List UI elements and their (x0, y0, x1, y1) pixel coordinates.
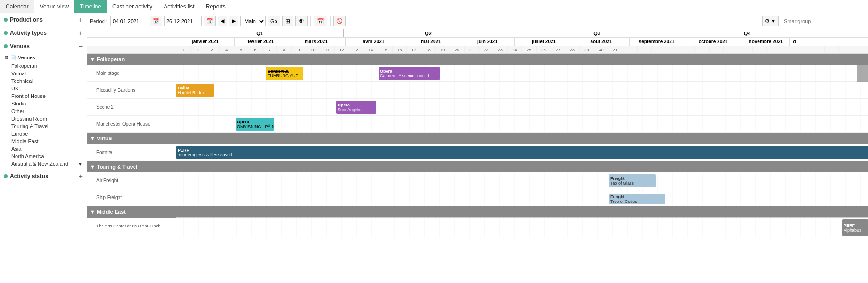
nav-calendar[interactable]: Calendar (0, 0, 34, 13)
day-44 (796, 46, 811, 53)
venue-sub-label: Venues (18, 55, 35, 60)
day-31: 31 (608, 46, 623, 53)
venue-virtual[interactable]: Virtual (0, 70, 87, 77)
event-title-5: OMVISNING - PÅ NO (237, 124, 273, 129)
day-27: 27 (551, 46, 566, 53)
month-jan: janvier 2021 (176, 38, 235, 46)
grid-main-stage: Concert ⚠ FUHRUNG AUF I Opera Carmen - A… (176, 65, 868, 82)
event-opera-omvisning[interactable]: Opera OMVISNING - PÅ NO (236, 118, 274, 131)
month-feb: février 2021 (235, 38, 287, 46)
day-35 (666, 46, 681, 53)
sidebar-activity-status-header[interactable]: Activity status + (0, 170, 87, 183)
scroll-area[interactable]: Q1 Q2 Q3 Q4 janvier 2021 février 2021 ma… (176, 29, 868, 238)
settings-btn[interactable]: ⚙ ▼ (762, 16, 779, 26)
grid-manchester: Opera OMVISNING - PÅ NO (176, 116, 868, 133)
venue-north-america[interactable]: North America (0, 153, 87, 160)
next-btn[interactable]: ▶ (229, 16, 238, 26)
event-opera-carmen[interactable]: Opera Carmen - A scenic concert (379, 67, 440, 80)
calendar-view-btn[interactable]: 📅 (314, 16, 327, 26)
event-title-3: Hamlet Redux (178, 90, 213, 95)
nav-cast-per-activity[interactable]: Cast per activity (107, 0, 158, 13)
venue-touring-travel[interactable]: Touring & Travel (0, 122, 87, 130)
period-label: Period : (90, 18, 108, 24)
event-perf-alphabus[interactable]: PERF Alphabus (842, 219, 868, 236)
venue-australia-nz[interactable]: Australia & New Zealand ▼ (0, 160, 87, 168)
month-jul: juillet 2021 (515, 38, 573, 46)
event-ballet-hamlet[interactable]: Ballet Hamlet Redux (176, 84, 214, 97)
day-11: 11 (320, 46, 335, 53)
sidebar: Productions + Activity types + Venues − … (0, 13, 87, 283)
labels-column: ▼ Folkoperan Main stage Piccadilly Garde… (87, 29, 176, 238)
separator-2 (330, 16, 331, 26)
nav-venue-view[interactable]: Venue view (34, 0, 74, 13)
event-title-4: Suor Angelica (338, 107, 375, 112)
days-container: 1234567891011121314151617181920212223242… (176, 46, 868, 53)
venues-collapse-btn[interactable]: − (79, 42, 83, 50)
day-14: 14 (363, 46, 378, 53)
venue-uk[interactable]: UK (0, 85, 87, 92)
venues-sub-header[interactable]: 🖥 📄 Venues (4, 55, 83, 60)
label-piccadilly: Piccadilly Gardens (87, 82, 176, 99)
timeline-container[interactable]: ▼ Folkoperan Main stage Piccadilly Garde… (87, 29, 868, 283)
nav-reports[interactable]: Reports (200, 0, 231, 13)
day-36 (680, 46, 695, 53)
venue-folkoperan[interactable]: Folkoperan (0, 62, 87, 70)
day-41 (753, 46, 767, 53)
venue-anz-expand[interactable]: ▼ (78, 162, 83, 167)
venue-technical[interactable]: Technical (0, 77, 87, 85)
label-manchester: Manchester Opera House (87, 116, 176, 133)
activity-status-add-btn[interactable]: + (79, 172, 83, 180)
day-43 (781, 46, 796, 53)
day-40 (738, 46, 753, 53)
event-freight-tree[interactable]: Freight Tree of Codes (609, 194, 665, 204)
date-from-input[interactable] (110, 16, 148, 26)
venue-asia[interactable]: Asia (0, 145, 87, 153)
grid-view-btn[interactable]: ⊞ (282, 16, 293, 26)
venue-other[interactable]: Other (0, 107, 87, 115)
date-from-calendar-btn[interactable]: 📅 (150, 16, 162, 26)
group-virtual-label[interactable]: ▼ Virtual (87, 133, 176, 144)
go-btn[interactable]: Go (268, 16, 280, 26)
event-type-9: PERF (844, 223, 867, 228)
activity-types-dot (4, 31, 8, 35)
day-13: 13 (349, 46, 364, 53)
view-select[interactable]: Main (240, 16, 266, 26)
event-freight-tao[interactable]: Freight Tao of Glass (609, 174, 656, 187)
day-3: 3 (205, 46, 220, 53)
day-30: 30 (594, 46, 609, 53)
venue-europe[interactable]: Europe (0, 130, 87, 137)
day-28: 28 (565, 46, 580, 53)
nav-timeline[interactable]: Timeline (74, 0, 107, 13)
quarter-q4: Q4 (681, 29, 813, 37)
date-to-input[interactable] (164, 16, 202, 26)
grid-folkoperan-header (176, 54, 868, 65)
event-type-4: Opera (338, 103, 375, 107)
day-17: 17 (407, 46, 421, 53)
group-middle-east-label[interactable]: ▼ Middle East (87, 206, 176, 218)
sidebar-venues-header[interactable]: Venues − (0, 40, 87, 53)
nav-activities-list[interactable]: Activities list (158, 0, 200, 13)
productions-add-btn[interactable]: + (79, 16, 83, 24)
middle-east-label: Middle East (97, 209, 126, 215)
activity-status-dot (4, 174, 8, 178)
event-concert-fuhrung[interactable]: Concert ⚠ FUHRUNG AUF I (266, 67, 303, 80)
sidebar-productions-header[interactable]: Productions + (0, 13, 87, 26)
event-opera-suor[interactable]: Opera Suor Angelica (336, 101, 376, 114)
smartgroup-input[interactable] (781, 16, 865, 26)
date-to-calendar-btn[interactable]: 📅 (204, 16, 216, 26)
sidebar-activity-types-header[interactable]: Activity types + (0, 26, 87, 40)
activity-types-add-btn[interactable]: + (79, 29, 83, 37)
prev-btn[interactable]: ◀ (218, 16, 227, 26)
group-touring-label[interactable]: ▼ Touring & Travel (87, 161, 176, 172)
folkoperan-label: Folkoperan (97, 57, 125, 62)
event-type-6: PERF (178, 148, 867, 153)
venue-middle-east[interactable]: Middle East (0, 137, 87, 145)
no-filter-btn[interactable]: 🚫 (333, 16, 346, 26)
group-folkoperan-label[interactable]: ▼ Folkoperan (87, 54, 176, 65)
eye-btn[interactable]: 👁 (295, 16, 308, 26)
collapse-touring-icon: ▼ (90, 164, 95, 170)
event-perf-progress[interactable]: PERF Your Progress Will Be Saved (176, 146, 868, 159)
venue-dressing-room[interactable]: Dressing Room (0, 115, 87, 122)
venue-front-of-house[interactable]: Front of House (0, 92, 87, 100)
venue-studio[interactable]: Studio (0, 100, 87, 107)
